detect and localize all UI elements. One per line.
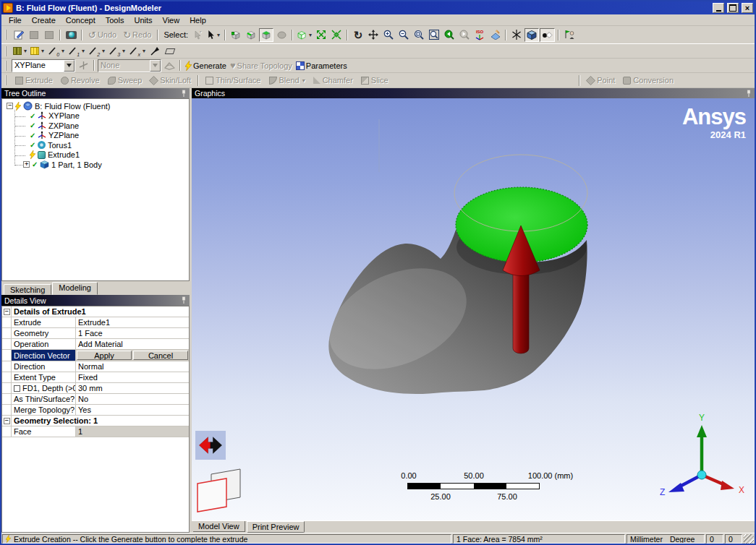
menu-view[interactable]: View: [163, 16, 180, 25]
flip-arrows-icon[interactable]: [196, 436, 225, 455]
flip-direction-control[interactable]: [195, 431, 226, 460]
pin-icon[interactable]: [181, 296, 187, 304]
maximize-button[interactable]: [727, 3, 739, 13]
extend-selection-button[interactable]: [296, 28, 313, 42]
tab-model-view[interactable]: Model View: [193, 521, 245, 532]
toolbar-grip[interactable]: [5, 46, 9, 56]
previous-view-button[interactable]: [442, 28, 456, 42]
new-sketch-button[interactable]: [12, 28, 26, 42]
sketch-dropdown-button[interactable]: [150, 60, 161, 72]
details-view-header[interactable]: Details View: [1, 295, 190, 306]
collapse-icon[interactable]: [4, 418, 10, 424]
tree-item-root[interactable]: B: Fluid Flow (Fluent): [2, 101, 189, 111]
tree-outline[interactable]: B: Fluid Flow (Fluent) ✓ XYPlane ✓ ZXPla…: [1, 98, 190, 281]
minimize-button[interactable]: [713, 3, 724, 13]
tree-item-part-body[interactable]: ✓ 1 Part, 1 Body: [2, 160, 189, 170]
next-view-button[interactable]: [457, 28, 472, 42]
thin-surface-button[interactable]: Thin/Surface: [202, 76, 264, 85]
collapse-icon[interactable]: [4, 309, 10, 315]
expand-icon[interactable]: [23, 161, 30, 168]
isometric-view-button[interactable]: ISO: [472, 28, 487, 42]
plane-sketch-x-button[interactable]: x: [127, 44, 147, 58]
toolbar-grip[interactable]: [5, 61, 9, 71]
face-filter-button[interactable]: [259, 28, 273, 42]
close-button[interactable]: [742, 3, 753, 13]
menu-help[interactable]: Help: [190, 16, 206, 25]
pin-icon[interactable]: [746, 90, 752, 98]
plane-sketch-2-button[interactable]: 2: [87, 44, 106, 58]
toolbar-grip[interactable]: [5, 30, 9, 40]
blend-button[interactable]: Blend: [266, 76, 309, 85]
active-sketch-select[interactable]: None: [98, 59, 161, 72]
viewport-options-button[interactable]: [562, 28, 577, 42]
details-group-geometry-selection[interactable]: Geometry Selection: 1: [2, 416, 189, 426]
plane-sketch-0-button[interactable]: 0: [46, 44, 66, 58]
screenshot-button[interactable]: [64, 28, 78, 42]
menu-create[interactable]: Create: [32, 16, 56, 25]
share-topology-button[interactable]: ♥ Share Topology: [229, 59, 294, 72]
plane-axis-button[interactable]: [76, 59, 90, 72]
select-mode-button[interactable]: [206, 28, 221, 42]
adjacency-select-button[interactable]: *: [191, 28, 205, 42]
menu-units[interactable]: Units: [134, 16, 152, 25]
menu-concept[interactable]: Concept: [66, 16, 95, 25]
tree-item-xyplane[interactable]: ✓ XYPlane: [2, 111, 189, 121]
menu-file[interactable]: File: [9, 16, 22, 25]
tree-item-zxplane[interactable]: ✓ ZXPlane: [2, 121, 189, 131]
resize-grip[interactable]: [744, 534, 754, 544]
tab-sketching[interactable]: Sketching: [4, 284, 51, 295]
tab-print-preview[interactable]: Print Preview: [247, 521, 305, 533]
point-button[interactable]: Point: [583, 76, 619, 85]
conversion-button[interactable]: Conversion: [619, 76, 677, 85]
plane-sketch-1-button[interactable]: 1: [67, 44, 86, 58]
skin-loft-button[interactable]: Skin/Loft: [146, 76, 195, 85]
magnifier-window-button[interactable]: [396, 28, 411, 42]
tree-outline-header[interactable]: Tree Outline: [1, 88, 190, 98]
toolbar-grip[interactable]: [5, 75, 9, 85]
plane-dropdown-button[interactable]: [64, 60, 75, 72]
cancel-button[interactable]: Cancel: [133, 351, 188, 360]
tree-item-extrude1[interactable]: Extrude1: [2, 150, 189, 160]
extend-to-limits-button[interactable]: [329, 28, 344, 42]
generate-button[interactable]: Generate: [184, 59, 228, 72]
revolve-button[interactable]: Revolve: [57, 76, 103, 85]
rotate-button[interactable]: ↻: [351, 28, 365, 42]
menu-tools[interactable]: Tools: [106, 16, 124, 25]
undo-button[interactable]: ↺ Undo: [85, 30, 119, 40]
new-sketch-from-plane-button[interactable]: [162, 59, 177, 72]
tab-modeling[interactable]: Modeling: [52, 282, 98, 295]
parameters-button[interactable]: Parameters: [294, 59, 349, 72]
extrude-button[interactable]: Extrude: [12, 76, 56, 85]
grid-snap-button[interactable]: [29, 44, 46, 58]
redo-button[interactable]: ↻ Redo: [120, 30, 154, 40]
parameter-checkbox[interactable]: [14, 385, 20, 392]
shaded-display-button[interactable]: [524, 28, 539, 42]
box-zoom-button[interactable]: [412, 28, 426, 42]
graphics-header[interactable]: Graphics: [192, 88, 755, 98]
pin-button[interactable]: [148, 44, 162, 58]
collapse-icon[interactable]: [7, 103, 13, 109]
vertex-filter-button[interactable]: [229, 28, 243, 42]
pan-button[interactable]: [366, 28, 381, 42]
toolbar-button-2[interactable]: [27, 28, 41, 42]
toolbar-button-3[interactable]: [42, 28, 56, 42]
zoom-to-fit-button[interactable]: [427, 28, 441, 42]
details-group-header[interactable]: Details of Extrude1: [2, 306, 189, 317]
new-plane-button[interactable]: [163, 44, 177, 58]
sweep-button[interactable]: Sweep: [104, 76, 146, 85]
active-plane-select[interactable]: XYPlane: [12, 59, 75, 72]
pin-icon[interactable]: [181, 90, 187, 98]
title-bar[interactable]: B: Fluid Flow (Fluent) - DesignModeler: [1, 1, 755, 14]
zoom-button[interactable]: [381, 28, 396, 42]
grid-display-button[interactable]: [12, 44, 28, 58]
chamfer-button[interactable]: Chamfer: [310, 76, 357, 85]
plane-sketch-3-button[interactable]: 3: [107, 44, 127, 58]
vertices-display-button[interactable]: [540, 28, 555, 42]
tree-item-yzplane[interactable]: ✓ YZPlane: [2, 131, 189, 141]
slice-button[interactable]: Slice: [357, 76, 392, 85]
display-plane-button[interactable]: [488, 28, 502, 42]
look-at-button[interactable]: [509, 28, 524, 42]
tree-item-torus1[interactable]: ✓ Torus1: [2, 140, 189, 150]
app-icon[interactable]: [3, 3, 13, 13]
orientation-triad[interactable]: Y Z X: [651, 413, 752, 502]
